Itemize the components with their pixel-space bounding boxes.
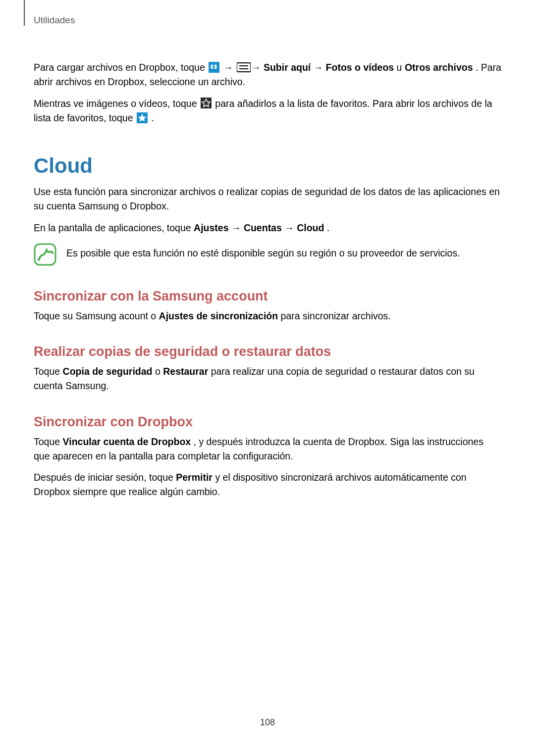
bold-text: Cuentas [244,222,282,233]
heading-sync-samsung: Sincronizar con la Samsung account [34,289,501,304]
arrow: → [251,62,264,73]
paragraph-sync-dropbox-2: Después de iniciar sesión, toque Permiti… [34,470,501,500]
bold-text: Restaurar [163,366,208,377]
text: o [155,366,163,377]
text: Toque [34,366,63,377]
arrow: → [284,222,297,233]
text: Después de iniciar sesión, toque [34,472,176,483]
arrow: → [231,222,244,233]
section-header: Utilidades [34,15,501,26]
bold-text: Otros archivos [405,62,473,73]
page-number: 108 [34,717,501,728]
paragraph-sync-samsung: Toque su Samsung acount o Ajustes de sin… [34,309,501,323]
menu-icon [237,62,248,73]
arrow: → [223,62,236,73]
text: Para cargar archivos en Dropbox, toque [34,62,208,73]
text: Toque [34,436,63,447]
bold-text: Cloud [297,222,324,233]
paragraph-backup: Toque Copia de seguridad o Restaurar par… [34,364,501,394]
paragraph-sync-dropbox-1: Toque Vincular cuenta de Dropbox , y des… [34,435,501,464]
text: En la pantalla de aplicaciones, toque [34,222,194,233]
svg-rect-0 [209,62,219,73]
text: . [151,112,154,123]
star-filled-icon [137,112,148,123]
document-page: Utilidades Para cargar archivos en Dropb… [0,0,535,753]
svg-rect-1 [237,63,251,72]
arrow: → [314,62,326,73]
paragraph-dropbox-favorites: Mientras ve imágenes o vídeos, toque par… [34,97,501,126]
bold-text: Ajustes [194,222,228,233]
bold-text: Fotos o vídeos [326,62,394,73]
text: Mientras ve imágenes o vídeos, toque [34,98,200,109]
text: u [397,62,405,73]
bold-text: Copia de seguridad [63,366,153,377]
note-icon [34,243,56,268]
dropbox-app-icon [209,62,219,73]
text: para sincronizar archivos. [281,310,391,321]
note-text: Es posible que esta función no esté disp… [66,243,460,260]
paragraph-cloud-path: En la pantalla de aplicaciones, toque Aj… [34,221,501,235]
bold-text: Permitir [176,472,213,483]
heading-sync-dropbox: Sincronizar con Dropbox [34,414,501,430]
bold-text: Ajustes de sincronización [159,310,278,321]
text: . [327,222,329,233]
note-block: Es posible que esta función no esté disp… [34,243,501,268]
text: Toque su Samsung acount o [34,310,159,321]
bold-text: Vincular cuenta de Dropbox [63,436,191,447]
bold-text: Subir aquí [264,62,311,73]
paragraph-cloud-intro: Use esta función para sincronizar archiv… [34,185,501,214]
tab-marker [24,0,25,26]
heading-backup: Realizar copias de seguridad o restaurar… [34,344,501,359]
heading-cloud: Cloud [34,154,501,178]
paragraph-dropbox-upload: Para cargar archivos en Dropbox, toque →… [34,60,501,90]
star-outline-icon [201,98,212,108]
